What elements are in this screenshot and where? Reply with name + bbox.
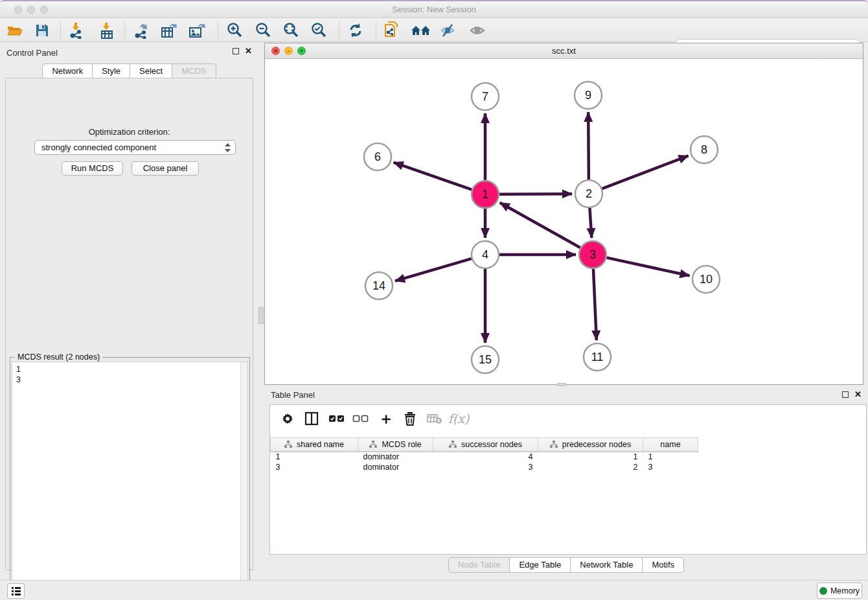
edge-3-11[interactable] xyxy=(593,269,597,340)
table-cell[interactable]: 3 xyxy=(643,462,698,472)
import-network-icon[interactable] xyxy=(67,21,86,40)
column-header-name[interactable]: name xyxy=(643,438,698,452)
edge-2-3[interactable] xyxy=(589,208,591,238)
task-history-button[interactable] xyxy=(7,583,25,599)
panel-divider-grip[interactable] xyxy=(258,307,264,324)
tab-network-table[interactable]: Network Table xyxy=(571,557,643,573)
hierarchy-icon xyxy=(449,441,457,448)
node-label: 11 xyxy=(591,351,604,363)
float-panel-icon[interactable] xyxy=(233,48,239,54)
control-panel-tabs: NetworkStyleSelectMCDS xyxy=(42,63,216,79)
export-image-icon[interactable] xyxy=(188,21,207,40)
table-cell[interactable]: 2 xyxy=(538,462,643,472)
graph-node-1[interactable]: 1 xyxy=(472,181,499,208)
graph-node-3[interactable]: 3 xyxy=(579,241,606,268)
table-cell[interactable]: 1 xyxy=(538,452,643,462)
export-network-icon[interactable] xyxy=(131,21,151,40)
graph-node-14[interactable]: 14 xyxy=(365,272,393,299)
import-table-icon[interactable] xyxy=(97,21,117,40)
graph-node-9[interactable]: 9 xyxy=(575,82,602,109)
node-label: 6 xyxy=(374,150,381,163)
hierarchy-icon xyxy=(369,441,377,448)
column-header-shared-name[interactable]: shared name xyxy=(271,438,358,452)
table-cell[interactable]: 4 xyxy=(433,452,538,462)
tab-select[interactable]: Select xyxy=(130,63,172,79)
open-file-icon[interactable] xyxy=(5,21,25,40)
zoom-selected-icon[interactable] xyxy=(309,21,328,40)
table-cell[interactable]: 1 xyxy=(271,452,358,462)
tab-node-table[interactable]: Node Table xyxy=(448,557,510,573)
zoom-in-icon[interactable] xyxy=(225,21,244,40)
tab-mcds[interactable]: MCDS xyxy=(172,63,216,79)
split-panel-icon[interactable] xyxy=(302,410,321,428)
status-bar: Memory xyxy=(0,580,868,600)
table-panel: Table Panel ✕ ＋ xyxy=(264,387,868,578)
table-cell[interactable]: dominator xyxy=(358,462,433,472)
refresh-icon[interactable] xyxy=(346,21,365,40)
mcds-result-list[interactable]: 13 xyxy=(12,362,248,600)
table-cell[interactable]: 1 xyxy=(643,452,698,462)
edge-4-14[interactable] xyxy=(395,259,472,281)
table-cell[interactable]: 3 xyxy=(271,462,358,472)
tab-edge-table[interactable]: Edge Table xyxy=(510,557,571,573)
node-table-container: ＋ f(x) shared nameMCDS rolesuccessor nod… xyxy=(269,404,867,555)
tab-network[interactable]: Network xyxy=(42,63,93,79)
show-all-icon[interactable] xyxy=(468,21,487,40)
column-header-successor-nodes[interactable]: successor nodes xyxy=(433,438,538,452)
memory-button[interactable]: Memory xyxy=(817,583,862,599)
tab-style[interactable]: Style xyxy=(93,63,130,79)
edge-3-1[interactable] xyxy=(500,203,580,248)
mcds-panel: Optimization criterion: strongly connect… xyxy=(5,78,253,570)
graph-node-8[interactable]: 8 xyxy=(691,136,718,163)
graph-node-2[interactable]: 2 xyxy=(575,180,602,207)
graph-node-6[interactable]: 6 xyxy=(364,143,391,170)
copy-network-icon[interactable] xyxy=(382,21,402,40)
graph-node-4[interactable]: 4 xyxy=(472,241,499,268)
close-panel-icon[interactable]: ✕ xyxy=(245,48,252,54)
export-table-icon[interactable] xyxy=(160,21,179,40)
settings-gear-icon[interactable] xyxy=(278,410,297,428)
edge-1-6[interactable] xyxy=(394,163,472,190)
unselect-all-columns-icon[interactable] xyxy=(351,410,371,428)
select-all-columns-icon[interactable] xyxy=(327,410,347,428)
edge-2-8[interactable] xyxy=(602,156,689,189)
main-toolbar xyxy=(0,18,868,42)
zoom-out-icon[interactable] xyxy=(253,21,273,40)
save-session-icon[interactable] xyxy=(32,21,52,40)
edge-2-9[interactable] xyxy=(588,112,589,179)
network-resize-grip[interactable] xyxy=(557,383,566,386)
table-cell[interactable]: dominator xyxy=(358,452,433,462)
result-item[interactable]: 1 xyxy=(16,364,247,375)
network-window-titlebar[interactable]: ✕ − + scc.txt xyxy=(265,43,863,59)
hide-selected-icon[interactable] xyxy=(439,21,458,40)
node-label: 3 xyxy=(589,248,596,261)
criterion-dropdown[interactable]: strongly connected component xyxy=(34,140,236,155)
graph-node-10[interactable]: 10 xyxy=(692,266,720,293)
add-column-icon[interactable]: ＋ xyxy=(376,410,396,428)
edge-3-10[interactable] xyxy=(606,258,689,276)
node-label: 10 xyxy=(700,273,713,286)
result-scrollbar[interactable] xyxy=(240,362,247,600)
table-row[interactable]: 1dominator411 xyxy=(271,452,698,462)
delete-table-icon[interactable] xyxy=(425,410,444,428)
first-neighbors-icon[interactable] xyxy=(411,21,430,40)
result-item[interactable]: 3 xyxy=(16,375,247,385)
table-cell[interactable]: 3 xyxy=(433,462,538,472)
column-header-predecessor-nodes[interactable]: predecessor nodes xyxy=(538,438,643,452)
memory-label: Memory xyxy=(830,586,860,595)
network-canvas[interactable]: 1234678910111415 xyxy=(265,59,863,384)
delete-column-icon[interactable] xyxy=(400,410,420,428)
function-builder-icon[interactable]: f(x) xyxy=(449,410,468,428)
table-row[interactable]: 3dominator323 xyxy=(271,462,698,472)
edge-1-2[interactable] xyxy=(499,194,572,194)
tab-motifs[interactable]: Motifs xyxy=(643,557,684,573)
table-close-icon[interactable]: ✕ xyxy=(854,391,862,398)
table-float-icon[interactable] xyxy=(842,391,849,398)
graph-node-11[interactable]: 11 xyxy=(584,343,611,371)
zoom-fit-icon[interactable] xyxy=(281,21,301,40)
column-header-MCDS-role[interactable]: MCDS role xyxy=(358,438,433,452)
graph-node-15[interactable]: 15 xyxy=(472,346,499,373)
graph-node-7[interactable]: 7 xyxy=(472,83,499,110)
close-panel-button[interactable]: Close panel xyxy=(131,161,199,176)
run-mcds-button[interactable]: Run MCDS xyxy=(62,161,123,176)
